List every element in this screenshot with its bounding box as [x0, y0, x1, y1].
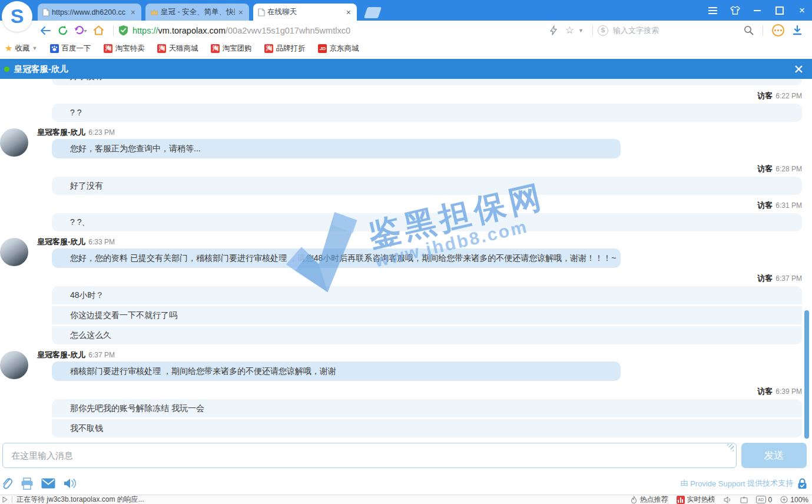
status-loading-text: 正在等待 jw3c3b.torapolax.com 的响应...	[16, 495, 144, 504]
bookmark-item[interactable]: 百度一下	[50, 44, 91, 54]
message-bubble: ? ?、	[52, 213, 802, 231]
powered-brand[interactable]: Provide Support	[690, 479, 745, 488]
search-magnifier-icon[interactable]	[744, 25, 754, 35]
new-tab-button[interactable]	[364, 7, 382, 18]
realtime-trending-button[interactable]: 实时热榜	[677, 495, 715, 504]
refresh-button[interactable]	[55, 24, 71, 38]
screenshot-button[interactable]	[740, 496, 748, 503]
message-bubble: 好了没有？	[52, 79, 802, 85]
bookmark-label: 百度一下	[61, 44, 91, 54]
tab-close-icon[interactable]: ×	[130, 8, 137, 16]
minimize-button[interactable]	[752, 5, 763, 16]
favorites-label: 收藏	[15, 44, 29, 54]
message-bubble: 稽核部门要进行审核处理 ，期间给您带来诸多的不便还请您谅解哦，谢谢	[52, 362, 621, 381]
message-time: 6:37 PM	[88, 351, 115, 359]
bookmark-item[interactable]: 淘淘宝团购	[211, 44, 251, 54]
sound-speaker-icon[interactable]	[63, 478, 77, 489]
address-bar[interactable]: https://vm.torapolax.com/00a2vwv15s1g017…	[118, 23, 416, 38]
ad-icon: AD	[756, 496, 766, 503]
url-scheme: https://	[132, 26, 158, 35]
tao-icon: 淘	[104, 44, 112, 53]
message-bubble: 您好，您的资料 已提交有关部门，稽核部门要进行审核处理 ，请您48小时后再联系咨…	[52, 248, 621, 268]
browser-tab[interactable]: 在线聊天×	[253, 4, 357, 21]
message-group-visitor: 访客6:31 PM? ?、	[0, 201, 812, 231]
favorite-star-icon[interactable]: ☆	[565, 24, 574, 37]
message-time: 6:39 PM	[775, 387, 802, 396]
browser-tab[interactable]: 皇冠 - 安全、简单、快捷×	[145, 4, 249, 21]
attach-paperclip-icon[interactable]	[1, 476, 13, 490]
page-sound-button[interactable]	[724, 496, 732, 503]
url-path: /00a2vwv15s1g017whn5wmtlxc0	[226, 26, 350, 35]
zoom-control[interactable]: 100%	[780, 496, 808, 504]
play-icon	[2, 496, 8, 503]
message-group-visitor: 访客6:39 PM那你先吧我的账号解除冻结 我玩一会我不取钱	[0, 387, 812, 437]
agent-name: 皇冠客服-欣儿	[37, 128, 85, 137]
chat-header: 皇冠客服-欣儿 ✕	[0, 59, 812, 79]
chat-message-list[interactable]: 好了没有？访客6:22 PM? ?皇冠客服-欣儿6:23 PM您好，客服正为您查…	[0, 79, 812, 440]
browser-tab[interactable]: https://www.dh6200.cc×	[38, 4, 141, 21]
skin-shirt-icon[interactable]	[730, 5, 740, 16]
browser-status-bar: 正在等待 jw3c3b.torapolax.com 的响应... 热点推荐 实时…	[0, 495, 812, 504]
tab-title: https://www.dh6200.cc	[52, 8, 127, 16]
flame-icon	[630, 496, 638, 504]
sender-label-row: 访客6:22 PM	[0, 92, 802, 100]
bookmark-label: 京东商城	[329, 44, 359, 54]
sender-label-row: 访客6:31 PM	[0, 201, 802, 210]
jd-icon: JD	[318, 44, 327, 53]
back-button[interactable]	[38, 24, 53, 38]
message-input[interactable]	[2, 443, 737, 468]
bookmark-item[interactable]: 淘淘宝特卖	[104, 44, 144, 54]
zoom-plus-icon	[780, 496, 788, 503]
baidu-icon	[50, 44, 59, 53]
favorite-caret-icon[interactable]: ▼	[578, 28, 584, 34]
message-time: 6:23 PM	[88, 128, 115, 137]
sender-label-row: 皇冠客服-欣儿6:23 PM	[37, 128, 812, 137]
page-favicon-icon	[258, 8, 265, 16]
favorites-menu[interactable]: ★ 收藏 ▼	[5, 43, 37, 54]
visitor-label: 访客	[757, 201, 773, 210]
search-input[interactable]: 输入文字搜索	[613, 25, 740, 36]
speed-lightning-icon[interactable]	[550, 25, 557, 35]
message-group-agent: 皇冠客服-欣儿6:33 PM您好，您的资料 已提交有关部门，稽核部门要进行审核处…	[0, 238, 812, 268]
trending-chart-icon	[677, 496, 685, 504]
tab-title: 在线聊天	[267, 7, 343, 17]
download-icon[interactable]	[793, 25, 802, 35]
bookmark-item[interactable]: JD京东商城	[318, 44, 359, 54]
close-window-button[interactable]: ×	[797, 5, 807, 16]
favorites-caret-icon: ▼	[32, 45, 37, 51]
maximize-button[interactable]	[774, 5, 785, 16]
bookmark-item[interactable]: 淘天猫商城	[157, 44, 198, 54]
home-button[interactable]	[91, 24, 106, 38]
message-group-agent: 皇冠客服-欣儿6:37 PM稽核部门要进行审核处理 ，期间给您带来诸多的不便还请…	[0, 351, 812, 381]
hot-recommend-button[interactable]: 热点推荐	[630, 495, 668, 504]
agent-name: 皇冠客服-欣儿	[37, 350, 85, 359]
ad-block-counter[interactable]: AD 0	[756, 496, 773, 504]
powered-prefix: 由	[681, 478, 688, 489]
favorites-star-icon: ★	[5, 43, 12, 54]
messages-smiley-icon[interactable]	[772, 24, 784, 37]
message-bubble: 那你先吧我的账号解除冻结 我玩一会	[52, 399, 802, 417]
message-time: 6:28 PM	[775, 165, 802, 173]
chat-scrollbar-thumb[interactable]	[804, 310, 809, 439]
tab-close-icon[interactable]: ×	[237, 8, 244, 16]
print-icon[interactable]	[21, 478, 34, 490]
bookmark-item[interactable]: 淘品牌打折	[264, 44, 305, 54]
message-time: 6:31 PM	[775, 201, 802, 210]
powered-by[interactable]: 由 Provide Support 提供技术支持	[681, 478, 807, 489]
browser-menu-icon[interactable]	[707, 5, 718, 16]
security-shield-icon[interactable]	[118, 25, 128, 36]
undo-history-button[interactable]	[73, 24, 88, 38]
sender-label-row: 皇冠客服-欣儿6:37 PM	[37, 351, 812, 359]
message-group-visitor: 访客6:37 PM48小时？你这边提交看一下不就行了吗怎么这么久	[0, 274, 812, 344]
message-bubble: ? ?	[52, 104, 802, 122]
chat-close-icon[interactable]: ✕	[793, 63, 804, 75]
message-bubble: 好了没有	[52, 177, 802, 195]
capture-frame-icon	[740, 496, 748, 503]
sogou-browser-logo[interactable]: S	[2, 1, 32, 32]
message-group-agent: 皇冠客服-欣儿6:23 PM您好，客服正为您查询中，请稍等...	[0, 128, 812, 158]
email-icon[interactable]	[41, 478, 55, 489]
send-button[interactable]: 发送	[741, 443, 807, 468]
tab-close-icon[interactable]: ×	[345, 8, 352, 16]
page-favicon-icon	[42, 8, 49, 16]
sender-label-row: 访客6:37 PM	[0, 274, 802, 283]
